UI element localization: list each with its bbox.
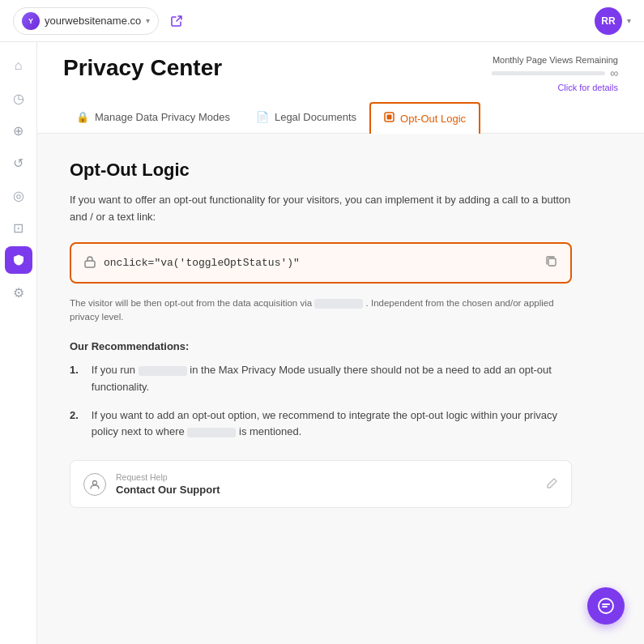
tabs: 🔒 Manage Data Privacy Modes 📄 Legal Docu… [63, 102, 618, 133]
support-text: Request Help Contact Our Support [116, 472, 537, 496]
nav-right: RR ▾ [595, 7, 631, 35]
main-content: Opt-Out Logic If you want to offer an op… [37, 134, 604, 534]
recommendation-item-2: If you want to add an opt-out option, we… [70, 407, 572, 441]
sidebar-item-loop[interactable]: ↺ [5, 149, 32, 177]
code-box: onclick="va('toggleOptStatus')" [70, 242, 572, 284]
section-title: Opt-Out Logic [70, 160, 572, 181]
doc-icon: 📄 [256, 111, 269, 123]
tab-opt-out[interactable]: Opt-Out Logic [369, 102, 480, 134]
tab-legal-docs[interactable]: 📄 Legal Documents [243, 102, 369, 133]
user-avatar[interactable]: RR [595, 7, 622, 35]
tab-opt-out-label: Opt-Out Logic [400, 113, 466, 125]
external-link-button[interactable] [165, 10, 188, 32]
site-selector[interactable]: Y yourwebsitename.co ▾ [13, 7, 159, 35]
section-desc: If you want to offer an opt-out function… [70, 192, 572, 226]
blurred-product-1 [139, 366, 187, 376]
rec1-text: If you run in the Max Privacy Mode usual… [92, 362, 572, 396]
lock-icon: 🔒 [76, 111, 89, 123]
page-title: Privacy Center [63, 55, 222, 81]
click-details-link[interactable]: Click for details [492, 83, 618, 92]
monthly-views-label: Monthly Page Views Remaining [492, 55, 618, 65]
recommendation-item-1: If you run in the Max Privacy Mode usual… [70, 362, 572, 396]
code-snippet: onclick="va('toggleOptStatus')" [104, 257, 537, 269]
floating-chat-button[interactable] [587, 587, 625, 625]
recommendations-title: Our Recommendations: [70, 340, 572, 352]
copy-icon[interactable] [545, 255, 557, 270]
blurred-product-2 [187, 428, 236, 437]
sidebar-item-gear[interactable]: ⚙ [5, 279, 32, 306]
support-label: Request Help [116, 472, 537, 482]
sidebar-item-chat[interactable]: ⊡ [5, 214, 32, 241]
support-box[interactable]: Request Help Contact Our Support [70, 460, 572, 508]
progress-bar-fill [492, 71, 526, 75]
site-name: yourwebsitename.co [45, 15, 141, 27]
page-header: Privacy Center Monthly Page Views Remain… [37, 42, 644, 134]
sidebar-item-settings-circle[interactable]: ◎ [5, 181, 32, 209]
sidebar-item-home[interactable]: ⌂ [5, 52, 32, 79]
content-area: Privacy Center Monthly Page Views Remain… [37, 42, 644, 644]
nav-left: Y yourwebsitename.co ▾ [13, 7, 188, 35]
blurred-link [314, 299, 363, 309]
code-lock-icon [84, 255, 96, 271]
edit-icon[interactable] [547, 477, 558, 491]
tab-manage-data[interactable]: 🔒 Manage Data Privacy Modes [63, 102, 243, 133]
top-nav: Y yourwebsitename.co ▾ RR ▾ [0, 0, 644, 42]
sidebar-item-shopping[interactable]: ⊕ [5, 117, 32, 144]
chevron-down-icon: ▾ [146, 16, 150, 25]
svg-rect-3 [548, 258, 556, 266]
support-person-icon [83, 473, 106, 496]
sidebar-item-clock[interactable]: ◷ [5, 84, 32, 112]
rec2-text: If you want to add an opt-out option, we… [92, 407, 572, 441]
infinity-icon: ∞ [610, 66, 618, 79]
svg-point-5 [599, 599, 613, 613]
monthly-views-panel: Monthly Page Views Remaining ∞ Click for… [492, 55, 618, 92]
site-avatar-icon: Y [22, 12, 40, 30]
svg-rect-2 [85, 261, 95, 267]
support-title: Contact Our Support [116, 484, 537, 496]
sidebar: ⌂ ◷ ⊕ ↺ ◎ ⊡ ⚙ [0, 42, 37, 644]
user-menu-chevron-icon[interactable]: ▾ [627, 16, 631, 25]
svg-point-4 [93, 480, 97, 484]
svg-rect-1 [387, 115, 392, 120]
tab-manage-data-label: Manage Data Privacy Modes [95, 111, 230, 123]
header-top: Privacy Center Monthly Page Views Remain… [63, 55, 618, 92]
progress-bar [492, 71, 605, 75]
main-layout: ⌂ ◷ ⊕ ↺ ◎ ⊡ ⚙ Privacy Center Monthly Pag… [0, 42, 644, 644]
monthly-views-value: ∞ [492, 66, 618, 79]
visitor-note: The visitor will be then opt-out from th… [70, 296, 572, 325]
optout-tab-icon [384, 112, 395, 125]
sidebar-item-shield[interactable] [5, 246, 32, 274]
recommendations-list: If you run in the Max Privacy Mode usual… [70, 362, 572, 441]
tab-legal-docs-label: Legal Documents [275, 111, 356, 123]
